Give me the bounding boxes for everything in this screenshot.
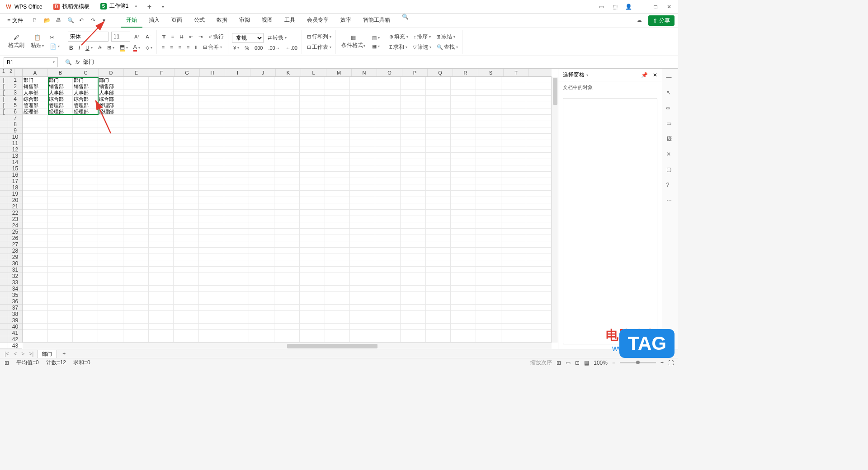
cell[interactable]	[401, 273, 426, 279]
cell[interactable]	[350, 165, 375, 172]
cell[interactable]	[149, 146, 174, 153]
cell[interactable]	[98, 178, 123, 184]
cell[interactable]: 销售部	[98, 83, 123, 89]
cell[interactable]	[426, 134, 451, 140]
cell[interactable]	[476, 241, 501, 248]
cell[interactable]	[375, 83, 401, 89]
cell[interactable]	[199, 172, 224, 178]
cell[interactable]	[426, 159, 451, 165]
cell[interactable]	[350, 267, 375, 273]
cell[interactable]	[325, 317, 350, 324]
cell[interactable]	[325, 330, 350, 336]
cell[interactable]	[23, 254, 48, 260]
cell[interactable]	[476, 77, 501, 83]
cell[interactable]	[325, 165, 350, 172]
cell[interactable]	[426, 324, 451, 330]
find-button[interactable]: 🔍查找▾	[435, 43, 459, 52]
cell[interactable]	[149, 305, 174, 311]
cell[interactable]	[401, 336, 426, 343]
row-header[interactable]: 14	[0, 159, 22, 165]
cell[interactable]	[526, 216, 552, 222]
cell[interactable]	[526, 121, 552, 127]
cell[interactable]	[274, 121, 300, 127]
cell[interactable]	[274, 96, 300, 102]
row-header[interactable]: 36	[0, 298, 22, 305]
cell[interactable]	[174, 191, 199, 197]
cell[interactable]	[501, 140, 527, 146]
cell[interactable]	[401, 324, 426, 330]
cell[interactable]	[325, 298, 350, 305]
cell[interactable]	[23, 279, 48, 286]
cell[interactable]	[350, 235, 375, 241]
cell[interactable]	[73, 260, 98, 267]
cell[interactable]	[451, 115, 476, 121]
cell[interactable]	[98, 317, 123, 324]
cell[interactable]	[350, 159, 375, 165]
cell[interactable]	[325, 324, 350, 330]
cell[interactable]	[375, 197, 401, 203]
cell[interactable]	[174, 273, 199, 279]
cell[interactable]	[526, 286, 552, 292]
cell[interactable]	[325, 83, 350, 89]
row-header[interactable]: [6	[0, 108, 22, 115]
cell[interactable]	[375, 146, 401, 153]
cell[interactable]	[401, 134, 426, 140]
cell[interactable]	[401, 178, 426, 184]
cell[interactable]	[98, 305, 123, 311]
cell[interactable]	[199, 311, 224, 317]
cell[interactable]	[249, 235, 274, 241]
font-name-select[interactable]	[68, 32, 108, 42]
cell[interactable]	[73, 235, 98, 241]
cell[interactable]	[325, 279, 350, 286]
grid[interactable]: 部门部门部门部门销售部销售部销售部销售部人事部人事部人事部人事部综合部综合部综合…	[23, 77, 552, 343]
cell[interactable]	[350, 203, 375, 210]
cell[interactable]	[426, 165, 451, 172]
cell[interactable]	[426, 229, 451, 235]
cell[interactable]	[23, 172, 48, 178]
cell[interactable]	[224, 89, 250, 96]
cell[interactable]	[249, 273, 274, 279]
cell[interactable]	[401, 317, 426, 324]
align-left-button[interactable]: ≡	[160, 44, 166, 50]
cell[interactable]	[426, 273, 451, 279]
cell[interactable]	[23, 165, 48, 172]
cell[interactable]	[451, 222, 476, 229]
cell[interactable]	[199, 235, 224, 241]
table-style-button[interactable]: ▦▾	[371, 43, 381, 50]
cell[interactable]	[300, 298, 325, 305]
distribute-button[interactable]: ⫿	[193, 44, 199, 50]
cell[interactable]	[149, 96, 174, 102]
cell[interactable]	[325, 178, 350, 184]
cell[interactable]	[350, 140, 375, 146]
cell[interactable]	[274, 210, 300, 216]
cell[interactable]	[199, 127, 224, 134]
cell[interactable]	[23, 324, 48, 330]
cell[interactable]	[224, 153, 250, 159]
cell[interactable]	[426, 260, 451, 267]
cell[interactable]	[48, 248, 73, 254]
cell[interactable]	[98, 279, 123, 286]
col-header[interactable]: J	[250, 69, 276, 76]
cell[interactable]	[23, 178, 48, 184]
cell[interactable]	[149, 134, 174, 140]
col-header[interactable]: T	[504, 69, 529, 76]
cell[interactable]	[476, 260, 501, 267]
cell[interactable]	[23, 121, 48, 127]
cell[interactable]	[98, 254, 123, 260]
cell[interactable]	[224, 178, 250, 184]
cell[interactable]	[476, 229, 501, 235]
cell[interactable]	[401, 146, 426, 153]
cell[interactable]	[174, 165, 199, 172]
cell[interactable]	[224, 260, 250, 267]
merge-button[interactable]: ⊟合并▾	[202, 43, 223, 52]
cell[interactable]	[501, 279, 527, 286]
cell[interactable]	[98, 229, 123, 235]
cell[interactable]	[123, 241, 149, 248]
cell[interactable]	[249, 216, 274, 222]
cell[interactable]	[249, 248, 274, 254]
cell[interactable]	[476, 336, 501, 343]
cut-button[interactable]: ✂	[48, 34, 61, 41]
bold-button[interactable]: B	[68, 44, 75, 52]
cell[interactable]	[476, 286, 501, 292]
cell[interactable]	[249, 153, 274, 159]
